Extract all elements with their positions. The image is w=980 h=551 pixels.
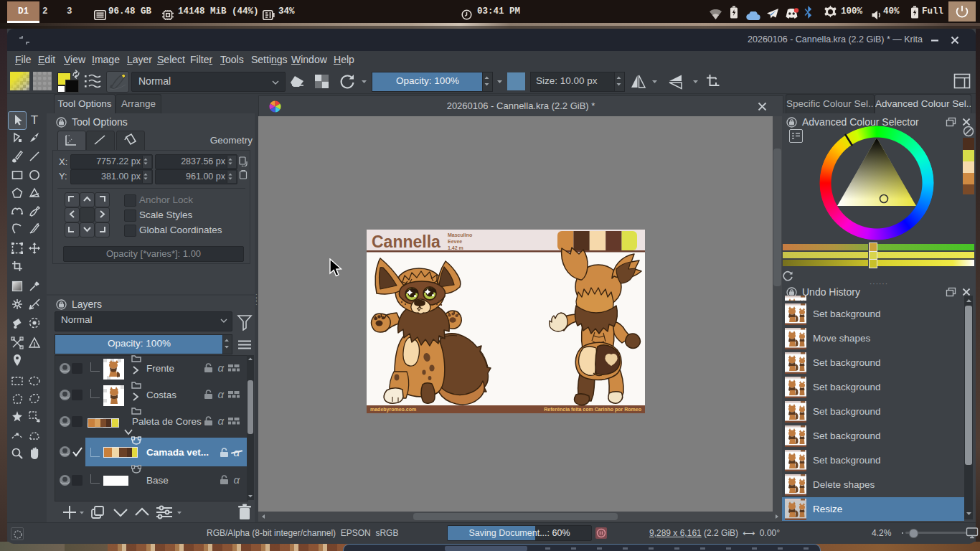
svg-text:Masculino: Masculino: [448, 232, 472, 237]
svg-text:T: T: [31, 113, 38, 127]
svg-text:Eevee: Eevee: [448, 239, 462, 244]
svg-text:Cannella: Cannella: [372, 232, 440, 251]
svg-text:1.42 m: 1.42 m: [448, 245, 463, 250]
svg-text:Referência feita com Carinho p: Referência feita com Carinho por Romeo: [544, 407, 641, 413]
svg-text:madebyromeo.com: madebyromeo.com: [370, 407, 416, 413]
